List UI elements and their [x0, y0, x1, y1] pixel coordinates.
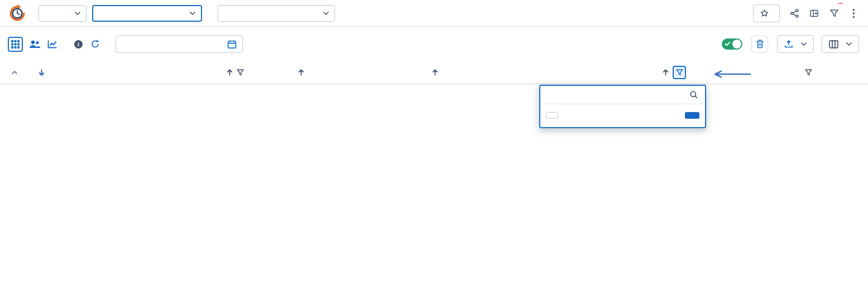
- status-search-input[interactable]: [547, 91, 685, 99]
- refresh-icon[interactable]: [90, 40, 100, 48]
- global-filter-icon[interactable]: [830, 9, 838, 17]
- chevron-down-icon: [190, 12, 195, 15]
- chevron-down-icon: [846, 42, 852, 46]
- uncheck-selected-button[interactable]: [546, 112, 558, 119]
- filter-icon[interactable]: [805, 69, 812, 76]
- users-view-icon[interactable]: [28, 40, 41, 48]
- status-filter-icon-active[interactable]: [673, 66, 686, 79]
- export-icon: [784, 40, 793, 48]
- chevron-down-icon: [75, 12, 80, 15]
- scope-type-select[interactable]: [39, 5, 87, 22]
- status-search[interactable]: [540, 86, 705, 104]
- date-range-input[interactable]: [116, 35, 243, 53]
- filter-count-badge: [838, 3, 843, 4]
- column-header-priority[interactable]: [801, 69, 868, 76]
- filter-icon[interactable]: [237, 69, 244, 76]
- share-icon[interactable]: [790, 9, 799, 18]
- table-view-icon[interactable]: [8, 37, 23, 52]
- export-button[interactable]: [777, 35, 814, 53]
- sort-desc-icon[interactable]: [39, 69, 45, 76]
- star-icon: [760, 9, 769, 17]
- chevron-down-icon: [323, 12, 329, 15]
- column-header-assignee[interactable]: [294, 69, 371, 76]
- sort-asc-icon[interactable]: [432, 69, 438, 76]
- chevron-down-icon: [801, 42, 807, 46]
- keep-deleted-toggle[interactable]: [722, 38, 742, 50]
- sort-asc-icon[interactable]: [663, 69, 669, 76]
- more-options-icon[interactable]: ⋮: [848, 8, 859, 18]
- updated-by-select[interactable]: [218, 5, 335, 22]
- column-header-date[interactable]: [35, 69, 144, 76]
- column-header-summary[interactable]: [428, 69, 659, 76]
- top-bar: ⋮: [0, 0, 868, 27]
- popup-footer: [540, 106, 705, 127]
- columns-icon: [829, 40, 838, 48]
- trash-icon[interactable]: [751, 36, 768, 52]
- sort-asc-icon[interactable]: [227, 69, 233, 76]
- info-icon[interactable]: i: [74, 40, 83, 48]
- column-header-key[interactable]: [223, 69, 294, 76]
- apply-button[interactable]: [685, 112, 699, 119]
- project-select[interactable]: [92, 5, 202, 22]
- annotation-arrow-status-filter: [709, 70, 752, 79]
- search-icon: [689, 90, 698, 99]
- toolbar: i: [0, 27, 868, 61]
- select-view-button[interactable]: [753, 4, 780, 22]
- check-icon: [725, 41, 731, 47]
- toggle-knob: [732, 40, 741, 48]
- open-panel-icon[interactable]: [809, 9, 819, 18]
- chart-view-icon[interactable]: [47, 40, 57, 48]
- calendar-icon[interactable]: [227, 40, 237, 49]
- app-logo-icon: [8, 4, 27, 23]
- issue-history-app: ⋮ i: [0, 0, 868, 291]
- status-filter-popup: [539, 85, 706, 128]
- columns-button[interactable]: [822, 35, 859, 53]
- sort-asc-icon[interactable]: [298, 69, 304, 76]
- collapse-all-icon[interactable]: [11, 70, 18, 75]
